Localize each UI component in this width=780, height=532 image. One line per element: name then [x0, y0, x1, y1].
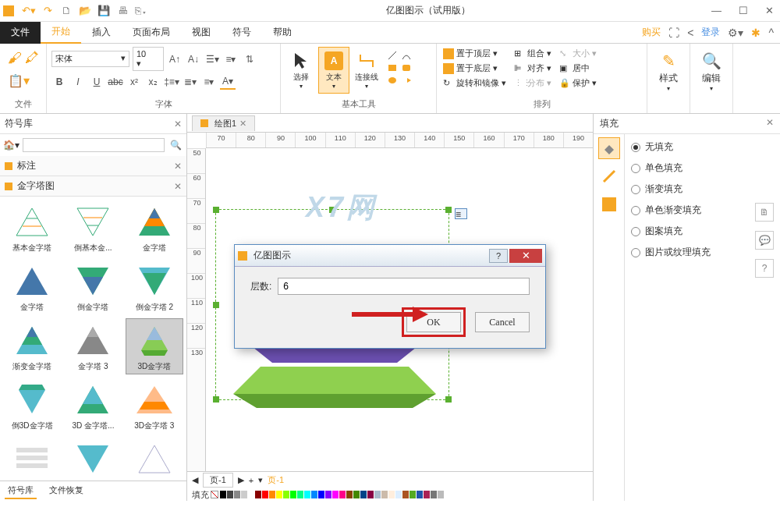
fill-option[interactable]: 图片或纹理填充 [631, 246, 711, 259]
close-tab-icon[interactable]: ✕ [239, 119, 246, 129]
decrease-font-icon[interactable]: A↓ [186, 51, 201, 67]
gallery-item[interactable]: 3D金字塔 [126, 318, 183, 374]
smart-tag-icon[interactable]: ≡ [455, 208, 467, 219]
color-swatch[interactable] [395, 491, 402, 498]
gear-icon[interactable]: ⚙▾ [728, 27, 743, 39]
layers-input[interactable] [278, 278, 530, 295]
font-color-icon[interactable]: A▾ [220, 74, 236, 90]
color-swatch[interactable] [339, 491, 346, 498]
color-swatch[interactable] [283, 491, 289, 498]
document-tab[interactable]: 绘图1 ✕ [192, 115, 255, 131]
page-tab[interactable]: 页-1 [203, 473, 233, 488]
style-button[interactable]: ✎ 样式 ▾ [652, 47, 685, 97]
select-tool[interactable]: 选择 ▾ [285, 47, 317, 94]
color-swatch[interactable] [276, 491, 282, 498]
fill-option[interactable]: 单色填充 [631, 161, 711, 175]
edit-button[interactable]: 🔍 编辑 ▾ [695, 47, 728, 97]
center-button[interactable]: ▣居中 [558, 62, 598, 75]
clipboard-icon[interactable]: 📋▾ [8, 73, 30, 88]
social-icon[interactable]: < [687, 27, 693, 39]
line-shape-icon[interactable] [387, 50, 398, 61]
color-swatch[interactable] [410, 491, 416, 498]
color-swatch[interactable] [402, 491, 409, 498]
share-icon[interactable]: ⛶ [668, 27, 679, 39]
fill-option[interactable]: 单色渐变填充 [631, 204, 711, 217]
tab-layout[interactable]: 页面布局 [122, 22, 181, 44]
gallery-item[interactable]: 3D 金字塔... [64, 378, 122, 434]
prev-page-icon[interactable]: ◀ [192, 475, 198, 485]
tab-view[interactable]: 视图 [181, 22, 222, 44]
color-swatch[interactable] [318, 491, 324, 498]
format-painter-icon[interactable]: 🖌 [8, 50, 22, 67]
gallery-item[interactable]: 渐变金字塔 [3, 318, 61, 374]
color-swatch[interactable] [220, 491, 226, 498]
color-swatch[interactable] [431, 491, 437, 498]
subscript-icon[interactable]: x₂ [145, 74, 161, 90]
color-swatch[interactable] [360, 491, 367, 498]
gallery-item[interactable]: 3D金字塔 3 [126, 378, 183, 434]
home-icon[interactable]: 🏠▾ [3, 140, 20, 151]
tab-insert[interactable]: 插入 [81, 22, 122, 44]
export-icon[interactable]: ⎘▾ [134, 4, 148, 18]
color-swatch[interactable] [290, 491, 296, 498]
send-back-button[interactable]: 置于底层 ▾ [441, 62, 508, 75]
rect-shape-icon[interactable] [387, 62, 398, 73]
underline-button[interactable]: U [89, 74, 105, 90]
new-icon[interactable]: 🗋 [59, 4, 73, 18]
fill-option[interactable]: 渐变填充 [631, 183, 711, 196]
gallery-item[interactable]: 倒3D金字塔 [3, 378, 61, 434]
close-fill-panel-icon[interactable]: ✕ [766, 117, 774, 130]
color-swatch[interactable] [417, 491, 423, 498]
open-icon[interactable]: 📂 [78, 4, 92, 18]
gallery-item[interactable]: 倒金字塔 [64, 259, 122, 315]
dialog-close-button[interactable]: ✕ [509, 249, 542, 263]
maximize-button[interactable]: ☐ [736, 5, 751, 16]
fill-option[interactable]: 图案填充 [631, 225, 711, 238]
gallery-item[interactable] [126, 437, 183, 481]
dialog-help-button[interactable]: ? [489, 249, 508, 263]
color-swatch[interactable] [262, 491, 268, 498]
note-icon[interactable]: 🗎 [755, 203, 774, 222]
protect-button[interactable]: 🔒保护 ▾ [558, 76, 598, 90]
gallery-item[interactable]: 金字塔 [126, 200, 183, 256]
line-tool-icon[interactable] [598, 165, 620, 187]
tab-file-recover[interactable]: 文件恢复 [46, 483, 87, 499]
category-pyramid[interactable]: 金字塔图✕ [0, 176, 186, 197]
color-swatch[interactable] [332, 491, 339, 498]
connector-tool[interactable]: 连接线 ▾ [351, 47, 382, 94]
color-swatch[interactable] [367, 491, 374, 498]
gallery-item[interactable]: 倒金字塔 2 [126, 259, 183, 315]
no-fill-swatch[interactable] [211, 491, 218, 498]
color-swatch[interactable] [346, 491, 353, 498]
color-swatch[interactable] [234, 491, 240, 498]
comment-icon[interactable]: 💬 [755, 231, 774, 250]
help-icon[interactable]: ? [755, 259, 774, 278]
gallery-item[interactable]: 金字塔 [3, 259, 61, 315]
align-button[interactable]: ⊫对齐 ▾ [512, 62, 553, 75]
print-icon[interactable]: 🖶 [115, 4, 129, 18]
minimize-button[interactable]: — [708, 5, 725, 16]
cancel-button[interactable]: Cancel [475, 312, 530, 332]
text-direction-icon[interactable]: ⇅ [242, 51, 257, 67]
gallery-item[interactable]: 基本金字塔 [3, 200, 61, 256]
color-swatch[interactable] [297, 491, 303, 498]
color-swatch[interactable] [255, 491, 261, 498]
color-swatch[interactable] [227, 491, 233, 498]
fill-tool-icon[interactable] [598, 137, 620, 159]
fill-option[interactable]: 无填充 [631, 140, 711, 154]
collapse-ribbon-icon[interactable]: ^ [768, 27, 774, 39]
tab-symbol[interactable]: 符号 [222, 22, 262, 44]
gallery-item[interactable] [3, 437, 61, 481]
color-swatch[interactable] [374, 491, 381, 498]
color-swatch[interactable] [269, 491, 275, 498]
close-panel-icon[interactable]: ✕ [174, 119, 182, 129]
redo-icon[interactable]: ↷ [41, 4, 55, 18]
color-swatch[interactable] [241, 491, 247, 498]
gallery-item[interactable] [64, 437, 122, 481]
tab-start[interactable]: 开始 [41, 22, 81, 44]
color-swatch[interactable] [304, 491, 310, 498]
rrect-shape-icon[interactable] [401, 62, 412, 73]
color-swatch[interactable] [311, 491, 317, 498]
color-swatch[interactable] [388, 491, 395, 498]
color-swatch[interactable] [438, 491, 444, 498]
